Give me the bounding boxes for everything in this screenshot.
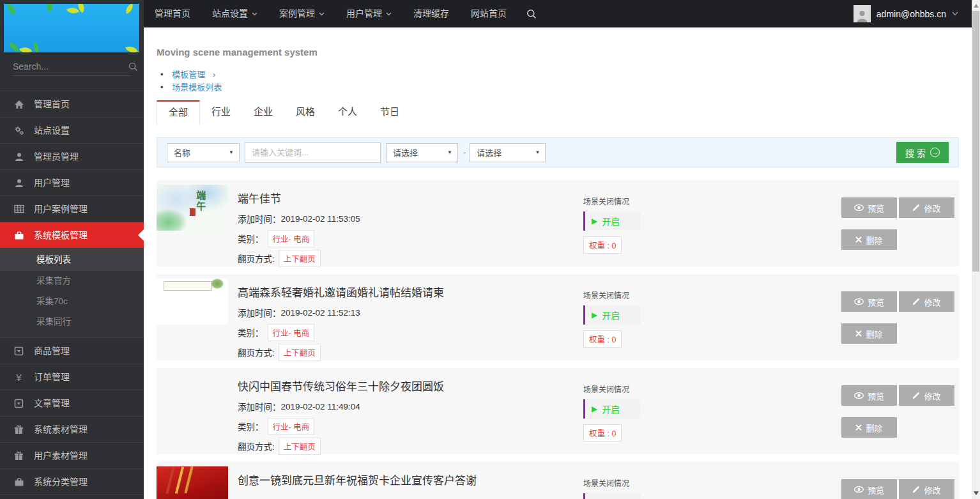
open-toggle-button[interactable]: ▶开启: [583, 493, 641, 499]
sidebar-item-user-management[interactable]: 用户管理: [0, 170, 144, 196]
leaf-decoration: [5, 4, 17, 15]
sidebar-item-system-material-management[interactable]: 系统素材管理: [0, 417, 144, 443]
scene-status-label: 场景关闭情况: [583, 477, 641, 488]
scrollbar-up-arrow-icon[interactable]: [974, 4, 979, 8]
sidebar-subitem-collect-peers[interactable]: 采集同行: [0, 312, 144, 332]
preview-button[interactable]: 预览: [841, 479, 897, 499]
tab-enterprise[interactable]: 企业: [242, 100, 284, 125]
scrollbar-thumb[interactable]: [972, 11, 979, 272]
open-toggle-button[interactable]: ▶开启: [583, 305, 641, 325]
delete-button[interactable]: 删除: [841, 417, 897, 438]
search-icon[interactable]: [128, 62, 138, 72]
template-title[interactable]: 高端森系轻奢婚礼邀请函婚礼请帖结婚请柬: [238, 286, 444, 301]
sidebar-subitem-collect-official[interactable]: 采集官方: [0, 271, 144, 291]
sidebar-item-admin-home[interactable]: 管理首页: [0, 91, 144, 118]
x-icon: [855, 236, 862, 243]
play-icon: ▶: [592, 217, 597, 226]
delete-button[interactable]: 删除: [841, 229, 897, 250]
sidebar: 管理首页 站点设置 管理员管理 用户管理 用户案例管理 系统模板管理: [0, 0, 144, 499]
button-label: 修改: [924, 484, 940, 496]
nav-item-label: 用户管理: [346, 0, 382, 27]
user-email: admin@ohbbs.cn: [877, 9, 946, 19]
user-menu[interactable]: admin@ohbbs.cn: [854, 5, 980, 22]
sidebar-item-article-management[interactable]: 文章管理: [0, 390, 144, 417]
nav-item-user-management[interactable]: 用户管理: [335, 0, 402, 27]
edit-button[interactable]: 修改: [899, 291, 954, 312]
item-actions: 预览修改 删除: [841, 291, 954, 344]
filter-field-select[interactable]: 名称 ▼: [167, 143, 240, 162]
sidebar-item-site-settings[interactable]: 站点设置: [0, 118, 144, 144]
nav-item-site-settings[interactable]: 站点设置: [201, 0, 268, 27]
template-list-item: 快闪中国春节传统习俗年三十除夕夜团圆饭 添加时间：2019-02-02 11:4…: [157, 368, 959, 454]
chevron-down-icon: [319, 12, 325, 16]
sidebar-search-input[interactable]: [13, 61, 128, 72]
sidebar-item-system-template-management[interactable]: 系统模板管理: [0, 222, 144, 249]
sidebar-item-label: 用户管理: [34, 170, 70, 196]
template-title[interactable]: 端午佳节: [238, 192, 360, 207]
added-time-label: 添加时间：: [238, 400, 281, 413]
chevron-down-icon: [952, 12, 958, 16]
template-thumbnail[interactable]: [157, 279, 228, 325]
nav-item-label: 管理首页: [155, 0, 190, 27]
sidebar-item-system-category-management[interactable]: 系统分类管理: [0, 469, 144, 495]
tab-style[interactable]: 风格: [284, 100, 326, 125]
briefcase-icon: [13, 231, 24, 240]
page-title: Moving scene management system: [157, 47, 959, 58]
sidebar-item-product-management[interactable]: 商品管理: [0, 338, 144, 364]
tab-personal[interactable]: 个人: [326, 100, 369, 125]
nav-item-case-management[interactable]: 案例管理: [268, 0, 335, 27]
breadcrumb-link-template-management[interactable]: 模板管理: [172, 70, 205, 79]
scene-status: 场景关闭情况 ▶开启 权重 : 0: [583, 477, 641, 499]
edit-button[interactable]: 修改: [899, 197, 954, 218]
item-actions: 预览修改 删除: [841, 385, 954, 438]
delete-button[interactable]: 删除: [841, 323, 897, 344]
added-time-value: 2019-02-02 11:52:13: [281, 308, 360, 318]
leaf-decoration: [19, 44, 32, 52]
tab-industry[interactable]: 行业: [200, 100, 242, 125]
scrollbar-down-arrow-icon[interactable]: [974, 491, 979, 495]
category-label: 类别：: [238, 232, 264, 245]
range-separator: -: [463, 148, 466, 157]
breadcrumb-separator: ›: [213, 70, 215, 79]
edit-button[interactable]: 修改: [899, 385, 954, 406]
breadcrumb-link-scene-template-list[interactable]: 场景模板列表: [172, 82, 222, 92]
brand-logo: [4, 4, 139, 52]
template-title[interactable]: 创意一镜到底元旦新年祝福贺卡企业宣传客户答谢: [238, 473, 477, 489]
open-toggle-button[interactable]: ▶开启: [583, 211, 641, 231]
sidebar-menu: 管理首页 站点设置 管理员管理 用户管理 用户案例管理 系统模板管理: [0, 91, 144, 495]
filter-select-to[interactable]: 请选择 ▼: [470, 143, 546, 162]
nav-search-icon[interactable]: [517, 9, 546, 19]
sidebar-item-user-material-management[interactable]: 用户素材管理: [0, 443, 144, 469]
eye-icon: [854, 204, 864, 211]
filter-keyword-input[interactable]: [245, 142, 381, 163]
breadcrumb-item: 场景模板列表: [157, 81, 959, 94]
preview-button[interactable]: 预览: [841, 385, 897, 406]
open-toggle-button[interactable]: ▶开启: [583, 399, 641, 418]
search-button[interactable]: 搜 索 →: [896, 142, 949, 163]
template-thumbnail[interactable]: 端午: [157, 185, 228, 231]
pencil-icon: [912, 204, 920, 211]
preview-button[interactable]: 预览: [841, 291, 897, 312]
play-icon: ▶: [592, 311, 597, 319]
template-thumbnail[interactable]: 元旦: [157, 466, 228, 499]
x-icon: [855, 424, 862, 431]
edit-button[interactable]: 修改: [899, 479, 954, 499]
tab-all[interactable]: 全部: [157, 100, 200, 125]
nav-item-clear-cache[interactable]: 清理缓存: [402, 0, 460, 27]
sidebar-item-user-case-management[interactable]: 用户案例管理: [0, 196, 144, 222]
filter-select-from[interactable]: 请选择 ▼: [386, 143, 458, 162]
scene-status: 场景关闭情况 ▶开启 权重 : 0: [583, 383, 641, 441]
vertical-scrollbar[interactable]: [972, 0, 980, 499]
tab-festival[interactable]: 节日: [369, 100, 411, 125]
preview-button[interactable]: 预览: [841, 197, 897, 218]
sidebar-item-order-management[interactable]: ¥ 订单管理: [0, 364, 144, 390]
nav-item-admin-home[interactable]: 管理首页: [144, 0, 201, 27]
template-title[interactable]: 快闪中国春节传统习俗年三十除夕夜团圆饭: [238, 380, 444, 395]
sidebar-subitem-template-list[interactable]: 模板列表: [0, 249, 144, 271]
nav-item-site-home[interactable]: 网站首页: [460, 0, 517, 27]
sidebar-subitem-collect-70c[interactable]: 采集70c: [0, 291, 144, 312]
sidebar-item-admin-management[interactable]: 管理员管理: [0, 144, 144, 170]
category-badge: 行业- 电商: [268, 324, 315, 341]
flip-mode-label: 翻页方式:: [238, 440, 275, 452]
select-value: 名称: [174, 146, 190, 158]
